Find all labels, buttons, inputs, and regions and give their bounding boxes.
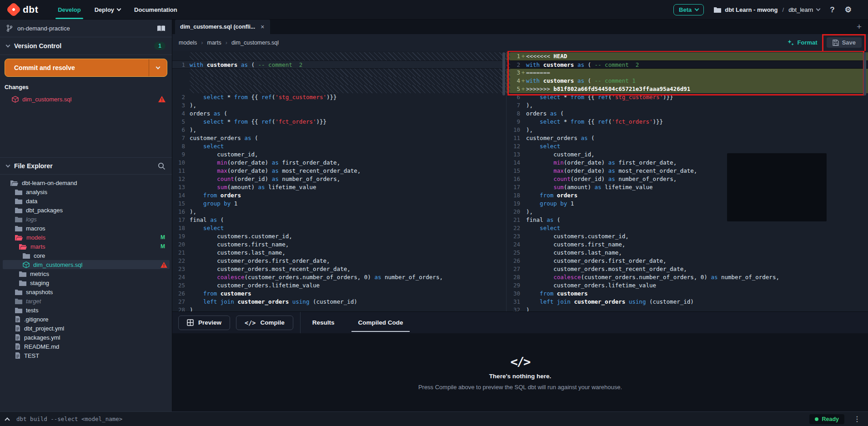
code-line[interactable]: 14 from orders bbox=[172, 191, 506, 200]
tree-item-target[interactable]: target bbox=[0, 296, 172, 306]
code-line[interactable]: 23 customer_orders.most_recent_order_dat… bbox=[172, 265, 506, 273]
menu-documentation[interactable]: Documentation bbox=[127, 0, 184, 19]
menu-develop[interactable]: Develop bbox=[51, 0, 88, 19]
tree-item-dbt-learn-on-demand[interactable]: dbt-learn-on-demand bbox=[0, 178, 172, 187]
code-line[interactable]: 9 customer_id, bbox=[172, 150, 506, 159]
tree-item-test[interactable]: TEST bbox=[0, 351, 172, 360]
tree-item-packages-yml[interactable]: packages.yml bbox=[0, 333, 172, 342]
docs-book-icon[interactable] bbox=[157, 25, 166, 32]
tree-item-logs[interactable]: logs bbox=[0, 215, 172, 224]
help-icon[interactable]: ? bbox=[830, 6, 834, 14]
tree-item-dbt-project-yml[interactable]: dbt_project.yml bbox=[0, 324, 172, 333]
tree-item-marts[interactable]: martsM bbox=[0, 242, 172, 251]
commit-and-resolve-button[interactable]: Commit and resolve bbox=[5, 59, 167, 77]
tree-item-core[interactable]: core bbox=[0, 251, 172, 260]
new-tab-button[interactable]: + bbox=[857, 22, 862, 32]
conflict-hash-line[interactable]: 5+>>>>>>> b81f802a66fd544504c65721e3ffaa… bbox=[507, 85, 868, 93]
code-line[interactable]: 4orders as ( bbox=[172, 110, 506, 118]
format-button[interactable]: Format bbox=[787, 39, 818, 46]
preview-button[interactable]: Preview bbox=[178, 316, 230, 330]
compile-button[interactable]: </> Compile bbox=[236, 316, 293, 330]
scrollbar-thumb[interactable] bbox=[502, 52, 505, 95]
code-line[interactable]: 7customer_orders as ( bbox=[172, 134, 506, 142]
code-line[interactable]: 2 select * from {{ ref('stg_customers')}… bbox=[172, 93, 506, 101]
close-icon[interactable]: × bbox=[261, 23, 264, 30]
conflict-head-line[interactable]: 1+<<<<<<< HEAD bbox=[507, 52, 868, 60]
code-line[interactable]: 9 select * from {{ ref('fct_orders')}} bbox=[507, 118, 868, 126]
commit-options-dropdown[interactable] bbox=[149, 59, 167, 76]
code-line[interactable]: 12 count(order_id) as number_of_orders, bbox=[172, 175, 506, 183]
code-line[interactable]: 11 max(order_date) as most_recent_order_… bbox=[172, 167, 506, 175]
breadcrumb-file[interactable]: dim_customers.sql bbox=[231, 40, 279, 46]
kebab-menu-icon[interactable]: ⋮ bbox=[852, 415, 863, 423]
scrollbar-thumb[interactable] bbox=[863, 52, 866, 95]
code-line[interactable]: 28) bbox=[172, 306, 506, 311]
code-line[interactable]: 13 sum(amount) as lifetime_value bbox=[172, 183, 506, 191]
code-line[interactable]: 7), bbox=[507, 101, 868, 110]
code-line[interactable]: 12 select bbox=[507, 142, 868, 150]
code-line[interactable]: 26 from customers bbox=[172, 290, 506, 298]
tab-dim-customers[interactable]: dim_customers.sql (confli... × bbox=[175, 20, 270, 34]
breadcrumb-models[interactable]: models bbox=[179, 40, 197, 46]
code-line[interactable]: 6), bbox=[172, 126, 506, 134]
tree-item-tests[interactable]: tests bbox=[0, 306, 172, 315]
tree-item-snapshots[interactable]: snapshots bbox=[0, 287, 172, 296]
code-line[interactable]: 26 customer_orders.first_order_date, bbox=[507, 257, 868, 265]
tree-item-models[interactable]: modelsM bbox=[0, 233, 172, 242]
code-line[interactable]: 24 customers.first_name, bbox=[507, 241, 868, 249]
conflict-theirs-line[interactable]: 4+with customers as ( -- comment 1 bbox=[507, 77, 868, 85]
code-line[interactable]: 6 select * from {{ ref('stg_customers')}… bbox=[507, 93, 868, 101]
code-line[interactable]: 5 select * from {{ ref('fct_orders')}} bbox=[172, 118, 506, 126]
code-line[interactable]: 1with customers as ( -- comment 2 bbox=[172, 60, 506, 69]
code-line[interactable]: 27 customer_orders.most_recent_order_dat… bbox=[507, 265, 868, 273]
tree-item-dim-customers-sql[interactable]: dim_customers.sql bbox=[3, 260, 170, 269]
tree-item-dbt-packages[interactable]: dbt_packages bbox=[0, 205, 172, 215]
breadcrumb-marts[interactable]: marts bbox=[207, 40, 221, 46]
code-line[interactable]: 22 select bbox=[507, 224, 868, 232]
tree-item-data[interactable]: data bbox=[0, 196, 172, 205]
code-line[interactable]: 16), bbox=[172, 208, 506, 216]
tree-item-analysis[interactable]: analysis bbox=[0, 187, 172, 196]
code-line[interactable]: 10 min(order_date) as first_order_date, bbox=[172, 159, 506, 167]
tree-item-metrics[interactable]: metrics bbox=[0, 269, 172, 278]
tab-compiled-code[interactable]: Compiled Code bbox=[346, 312, 415, 333]
code-line[interactable]: 25 customer_orders.lifetime_value bbox=[172, 281, 506, 290]
code-line[interactable]: 2with customers as ( -- comment 2 bbox=[507, 60, 868, 69]
tree-item-staging[interactable]: staging bbox=[0, 278, 172, 287]
code-line[interactable]: 28 coalesce(customer_orders.number_of_or… bbox=[507, 273, 868, 281]
code-line[interactable]: 10), bbox=[507, 126, 868, 134]
code-line[interactable]: 30 from customers bbox=[507, 290, 868, 298]
code-line[interactable]: 15 group by 1 bbox=[172, 200, 506, 208]
code-line[interactable]: 23 customers.customer_id, bbox=[507, 232, 868, 241]
code-line[interactable]: 8 select bbox=[172, 142, 506, 150]
version-control-header[interactable]: Version Control 1 bbox=[0, 37, 172, 55]
tree-item-readme-md[interactable]: README.md bbox=[0, 342, 172, 351]
code-line[interactable]: 27 left join customer_orders using (cust… bbox=[172, 298, 506, 306]
tree-item-macros[interactable]: macros bbox=[0, 224, 172, 233]
file-explorer-header[interactable]: File Explorer bbox=[0, 157, 172, 175]
project-selector[interactable]: dbt Learn - mwong / dbt_learn bbox=[714, 6, 820, 13]
code-line[interactable]: 18 select bbox=[172, 224, 506, 232]
chevron-up-icon[interactable] bbox=[5, 417, 10, 422]
gear-icon[interactable]: ⚙ bbox=[845, 6, 852, 14]
command-input[interactable]: dbt build --select <model_name> bbox=[16, 416, 802, 422]
branch-selector[interactable]: on-demand-practice bbox=[0, 20, 172, 37]
code-line[interactable]: 19 customers.customer_id, bbox=[172, 232, 506, 241]
tab-results[interactable]: Results bbox=[301, 312, 346, 333]
code-line[interactable]: 11customer_orders as ( bbox=[507, 134, 868, 142]
code-line[interactable]: 21 customers.last_name, bbox=[172, 249, 506, 257]
tree-item--gitignore[interactable]: .gitignore bbox=[0, 315, 172, 324]
code-line[interactable]: 8orders as ( bbox=[507, 110, 868, 118]
menu-deploy[interactable]: Deploy bbox=[88, 0, 127, 19]
save-button[interactable]: Save bbox=[827, 37, 862, 48]
code-line[interactable]: 25 customers.last_name, bbox=[507, 249, 868, 257]
conflict-separator-line[interactable]: 3+======= bbox=[507, 69, 868, 77]
code-line[interactable]: 22 customer_orders.first_order_date, bbox=[172, 257, 506, 265]
code-line[interactable]: 20 customers.first_name, bbox=[172, 241, 506, 249]
code-line[interactable]: 32) bbox=[507, 306, 868, 311]
dbt-logo[interactable]: dbt bbox=[8, 4, 38, 15]
code-line[interactable]: 31 left join customer_orders using (cust… bbox=[507, 298, 868, 306]
code-line[interactable]: 17final as ( bbox=[172, 216, 506, 224]
beta-button[interactable]: Beta bbox=[673, 4, 704, 15]
search-icon[interactable] bbox=[158, 162, 166, 170]
